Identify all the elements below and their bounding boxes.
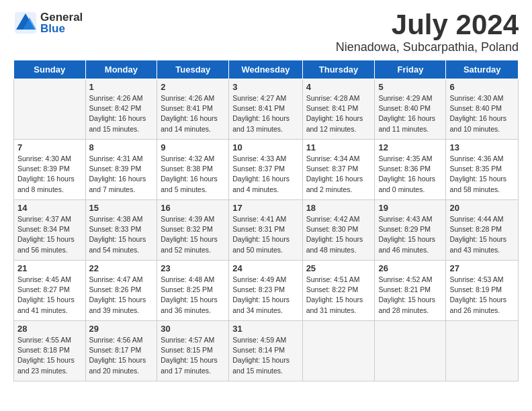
day-info: Sunrise: 4:45 AMSunset: 8:27 PMDaylight:… bbox=[17, 275, 82, 316]
calendar-cell: 30Sunrise: 4:57 AMSunset: 8:15 PMDayligh… bbox=[157, 321, 229, 381]
header-tuesday: Tuesday bbox=[157, 60, 229, 79]
calendar-cell: 29Sunrise: 4:56 AMSunset: 8:17 PMDayligh… bbox=[85, 321, 157, 381]
calendar-cell: 6Sunrise: 4:30 AMSunset: 8:40 PMDaylight… bbox=[446, 79, 519, 140]
calendar-cell bbox=[375, 321, 446, 381]
day-number: 7 bbox=[17, 142, 82, 152]
day-info: Sunrise: 4:31 AMSunset: 8:39 PMDaylight:… bbox=[89, 154, 154, 195]
calendar-week-row: 7Sunrise: 4:30 AMSunset: 8:39 PMDaylight… bbox=[14, 140, 519, 200]
calendar-cell: 22Sunrise: 4:47 AMSunset: 8:26 PMDayligh… bbox=[85, 261, 157, 321]
day-number: 11 bbox=[306, 142, 371, 152]
header-thursday: Thursday bbox=[302, 60, 375, 79]
calendar-cell: 1Sunrise: 4:26 AMSunset: 8:42 PMDaylight… bbox=[85, 79, 157, 140]
day-number: 19 bbox=[378, 203, 442, 213]
day-number: 31 bbox=[232, 324, 298, 334]
calendar-cell: 7Sunrise: 4:30 AMSunset: 8:39 PMDaylight… bbox=[14, 140, 86, 200]
day-number: 28 bbox=[17, 324, 82, 334]
day-number: 12 bbox=[378, 142, 442, 152]
day-number: 30 bbox=[161, 324, 225, 334]
day-number: 15 bbox=[89, 203, 154, 213]
day-number: 17 bbox=[232, 203, 298, 213]
calendar-cell: 11Sunrise: 4:34 AMSunset: 8:37 PMDayligh… bbox=[302, 140, 375, 200]
day-number: 9 bbox=[161, 142, 225, 152]
day-info: Sunrise: 4:35 AMSunset: 8:36 PMDaylight:… bbox=[378, 154, 442, 195]
day-number: 21 bbox=[17, 263, 82, 273]
day-number: 3 bbox=[232, 82, 298, 92]
day-info: Sunrise: 4:51 AMSunset: 8:22 PMDaylight:… bbox=[306, 275, 371, 316]
calendar-cell: 4Sunrise: 4:28 AMSunset: 8:41 PMDaylight… bbox=[302, 79, 375, 140]
location-title: Nienadowa, Subcarpathia, Poland bbox=[336, 40, 519, 54]
day-info: Sunrise: 4:28 AMSunset: 8:41 PMDaylight:… bbox=[306, 93, 371, 134]
day-number: 13 bbox=[449, 142, 515, 152]
header-monday: Monday bbox=[85, 60, 157, 79]
calendar-cell: 28Sunrise: 4:55 AMSunset: 8:18 PMDayligh… bbox=[14, 321, 86, 381]
calendar-cell: 12Sunrise: 4:35 AMSunset: 8:36 PMDayligh… bbox=[375, 140, 446, 200]
calendar-week-row: 21Sunrise: 4:45 AMSunset: 8:27 PMDayligh… bbox=[14, 261, 519, 321]
day-number: 22 bbox=[89, 263, 154, 273]
header-friday: Friday bbox=[375, 60, 446, 79]
calendar-cell: 27Sunrise: 4:53 AMSunset: 8:19 PMDayligh… bbox=[446, 261, 519, 321]
day-info: Sunrise: 4:52 AMSunset: 8:21 PMDaylight:… bbox=[378, 275, 442, 316]
calendar-cell bbox=[446, 321, 519, 381]
day-info: Sunrise: 4:30 AMSunset: 8:39 PMDaylight:… bbox=[17, 154, 82, 195]
calendar-cell: 10Sunrise: 4:33 AMSunset: 8:37 PMDayligh… bbox=[229, 140, 302, 200]
day-info: Sunrise: 4:42 AMSunset: 8:30 PMDaylight:… bbox=[306, 214, 371, 255]
calendar-cell: 23Sunrise: 4:48 AMSunset: 8:25 PMDayligh… bbox=[157, 261, 229, 321]
logo-icon bbox=[13, 11, 38, 35]
day-number: 25 bbox=[306, 263, 371, 273]
day-number: 6 bbox=[449, 82, 515, 92]
calendar-cell: 17Sunrise: 4:41 AMSunset: 8:31 PMDayligh… bbox=[229, 200, 302, 261]
day-number: 18 bbox=[306, 203, 371, 213]
calendar-cell: 25Sunrise: 4:51 AMSunset: 8:22 PMDayligh… bbox=[302, 261, 375, 321]
day-info: Sunrise: 4:34 AMSunset: 8:37 PMDaylight:… bbox=[306, 154, 371, 195]
calendar-week-row: 1Sunrise: 4:26 AMSunset: 8:42 PMDaylight… bbox=[14, 79, 519, 140]
page-header: General Blue July 2024 Nienadowa, Subcar… bbox=[13, 11, 519, 54]
day-number: 5 bbox=[378, 82, 442, 92]
day-number: 1 bbox=[89, 82, 154, 92]
day-info: Sunrise: 4:39 AMSunset: 8:32 PMDaylight:… bbox=[161, 214, 225, 255]
calendar-cell: 19Sunrise: 4:43 AMSunset: 8:29 PMDayligh… bbox=[375, 200, 446, 261]
day-info: Sunrise: 4:49 AMSunset: 8:23 PMDaylight:… bbox=[232, 275, 298, 316]
day-info: Sunrise: 4:53 AMSunset: 8:19 PMDaylight:… bbox=[449, 275, 515, 316]
day-info: Sunrise: 4:30 AMSunset: 8:40 PMDaylight:… bbox=[449, 93, 515, 134]
day-info: Sunrise: 4:47 AMSunset: 8:26 PMDaylight:… bbox=[89, 275, 154, 316]
calendar-cell: 26Sunrise: 4:52 AMSunset: 8:21 PMDayligh… bbox=[375, 261, 446, 321]
day-info: Sunrise: 4:59 AMSunset: 8:14 PMDaylight:… bbox=[232, 335, 298, 376]
day-info: Sunrise: 4:43 AMSunset: 8:29 PMDaylight:… bbox=[378, 214, 442, 255]
calendar-cell bbox=[14, 79, 86, 140]
day-info: Sunrise: 4:37 AMSunset: 8:34 PMDaylight:… bbox=[17, 214, 82, 255]
day-info: Sunrise: 4:57 AMSunset: 8:15 PMDaylight:… bbox=[161, 335, 225, 376]
day-number: 23 bbox=[161, 263, 225, 273]
calendar-cell: 13Sunrise: 4:36 AMSunset: 8:35 PMDayligh… bbox=[446, 140, 519, 200]
day-number: 27 bbox=[449, 263, 515, 273]
day-info: Sunrise: 4:36 AMSunset: 8:35 PMDaylight:… bbox=[449, 154, 515, 195]
day-number: 10 bbox=[232, 142, 298, 152]
day-info: Sunrise: 4:41 AMSunset: 8:31 PMDaylight:… bbox=[232, 214, 298, 255]
calendar-cell: 16Sunrise: 4:39 AMSunset: 8:32 PMDayligh… bbox=[157, 200, 229, 261]
day-info: Sunrise: 4:38 AMSunset: 8:33 PMDaylight:… bbox=[89, 214, 154, 255]
day-number: 2 bbox=[161, 82, 225, 92]
header-sunday: Sunday bbox=[14, 60, 86, 79]
day-number: 26 bbox=[378, 263, 442, 273]
day-number: 8 bbox=[89, 142, 154, 152]
day-number: 20 bbox=[449, 203, 515, 213]
calendar-cell: 21Sunrise: 4:45 AMSunset: 8:27 PMDayligh… bbox=[14, 261, 86, 321]
day-info: Sunrise: 4:27 AMSunset: 8:41 PMDaylight:… bbox=[232, 93, 298, 134]
calendar-cell: 31Sunrise: 4:59 AMSunset: 8:14 PMDayligh… bbox=[229, 321, 302, 381]
day-info: Sunrise: 4:26 AMSunset: 8:41 PMDaylight:… bbox=[161, 93, 225, 134]
calendar-cell bbox=[302, 321, 375, 381]
calendar-header-row: SundayMondayTuesdayWednesdayThursdayFrid… bbox=[14, 60, 519, 79]
day-number: 24 bbox=[232, 263, 298, 273]
day-number: 14 bbox=[17, 203, 82, 213]
day-number: 29 bbox=[89, 324, 154, 334]
day-info: Sunrise: 4:32 AMSunset: 8:38 PMDaylight:… bbox=[161, 154, 225, 195]
calendar-cell: 3Sunrise: 4:27 AMSunset: 8:41 PMDaylight… bbox=[229, 79, 302, 140]
calendar-cell: 9Sunrise: 4:32 AMSunset: 8:38 PMDaylight… bbox=[157, 140, 229, 200]
calendar-cell: 20Sunrise: 4:44 AMSunset: 8:28 PMDayligh… bbox=[446, 200, 519, 261]
day-number: 4 bbox=[306, 82, 371, 92]
day-info: Sunrise: 4:55 AMSunset: 8:18 PMDaylight:… bbox=[17, 335, 82, 376]
calendar-cell: 8Sunrise: 4:31 AMSunset: 8:39 PMDaylight… bbox=[85, 140, 157, 200]
calendar-cell: 2Sunrise: 4:26 AMSunset: 8:41 PMDaylight… bbox=[157, 79, 229, 140]
month-title: July 2024 bbox=[336, 11, 519, 39]
calendar-cell: 18Sunrise: 4:42 AMSunset: 8:30 PMDayligh… bbox=[302, 200, 375, 261]
day-info: Sunrise: 4:48 AMSunset: 8:25 PMDaylight:… bbox=[161, 275, 225, 316]
